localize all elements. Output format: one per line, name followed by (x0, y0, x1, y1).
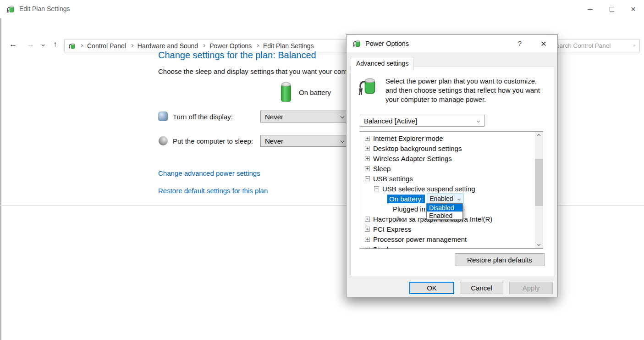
breadcrumb-separator-icon (202, 44, 205, 47)
dialog-description: Select the power plan that you want to c… (385, 77, 540, 104)
tree-item-pci-express[interactable]: + PCI Express (360, 224, 534, 234)
chevron-down-icon (477, 119, 480, 122)
chevron-down-icon (457, 197, 461, 200)
expand-icon[interactable]: + (365, 136, 370, 141)
on-battery-column-header: On battery (299, 89, 331, 96)
on-battery-setting-value: Enabled (429, 195, 453, 202)
navigation-bar: ← → ↑ Control Panel Hardware and Sound P… (0, 18, 644, 36)
power-plan-icon (352, 39, 361, 48)
breadcrumb-item-hardware-and-sound[interactable]: Hardware and Sound (138, 42, 198, 50)
on-battery-icon (281, 82, 291, 102)
sleep-select[interactable]: Never (260, 135, 349, 147)
window-titlebar: Edit Plan Settings × (0, 0, 644, 18)
page-title: Change settings for the plan: Balanced (158, 50, 316, 61)
tree-item-sleep[interactable]: + Sleep (360, 163, 534, 173)
power-plan-icon (6, 5, 15, 13)
sleep-icon (159, 136, 168, 145)
tree-item-internet-explorer-mode[interactable]: + Internet Explorer mode (360, 133, 534, 143)
tree-item-usb-selective-suspend[interactable]: − USB selective suspend setting (360, 184, 534, 194)
maximize-icon (610, 7, 614, 11)
dropdown-option-enabled[interactable]: Enabled (427, 212, 462, 219)
maximize-button[interactable] (601, 0, 622, 18)
collapse-icon[interactable]: − (365, 176, 370, 181)
tab-advanced-settings[interactable]: Advanced settings (351, 57, 414, 70)
close-button[interactable]: × (622, 0, 644, 18)
edit-plan-settings-window: Edit Plan Settings × ← → ↑ Control Panel… (0, 0, 644, 340)
minimize-icon (588, 9, 593, 10)
forward-button[interactable]: → (27, 40, 34, 49)
search-input[interactable] (547, 42, 633, 49)
dialog-title: Power Options (365, 40, 409, 47)
sleep-label: Put the computer to sleep: (173, 137, 253, 145)
breadcrumb-separator-icon (130, 44, 133, 47)
expand-icon[interactable]: + (365, 237, 370, 242)
on-battery-setting-select[interactable]: Enabled (427, 194, 463, 204)
recent-pages-chevron-icon[interactable] (42, 43, 45, 46)
chevron-down-icon (341, 115, 344, 118)
advanced-settings-tabpage: Select the power plan that you want to c… (350, 66, 554, 276)
display-icon (158, 111, 168, 121)
expand-icon[interactable]: + (365, 166, 370, 171)
tree-item-usb-settings[interactable]: − USB settings (360, 173, 534, 184)
restore-default-settings-link[interactable]: Restore default settings for this plan (158, 187, 268, 195)
power-plan-select[interactable]: Balanced [Active] (360, 115, 484, 127)
breadcrumb-item-power-options[interactable]: Power Options (209, 42, 252, 50)
collapse-icon[interactable]: − (374, 186, 379, 191)
window-title: Edit Plan Settings (19, 5, 70, 12)
window-left-edge (0, 18, 1, 340)
back-button[interactable]: ← (9, 40, 17, 49)
turn-off-display-value: Never (265, 113, 283, 121)
change-advanced-power-settings-link[interactable]: Change advanced power settings (158, 169, 260, 177)
scrollbar-thumb[interactable] (535, 159, 543, 206)
tree-item-on-battery[interactable]: On battery: Enabled (360, 194, 534, 204)
chevron-down-icon (341, 139, 344, 143)
on-battery-selected-label: On battery: (387, 195, 425, 203)
close-icon: × (631, 5, 636, 13)
tree-item-display[interactable]: + Display (360, 244, 534, 249)
tree-item-wireless-adapter-settings[interactable]: + Wireless Adapter Settings (360, 153, 534, 163)
ok-button[interactable]: OK (409, 282, 454, 294)
setting-dropdown-popup: Disabled Enabled (426, 203, 463, 220)
dialog-titlebar: Power Options ? × (347, 35, 557, 52)
expand-icon[interactable]: + (365, 247, 370, 249)
advanced-settings-tree: + Internet Explorer mode + Desktop backg… (360, 131, 543, 249)
dialog-close-button[interactable]: × (538, 38, 549, 49)
restore-plan-defaults-button[interactable]: Restore plan defaults (455, 253, 545, 266)
expand-icon[interactable]: + (365, 227, 370, 232)
up-button[interactable]: ↑ (53, 40, 57, 49)
power-options-dialog: Power Options ? × Advanced settings Sele… (346, 34, 558, 297)
turn-off-display-label: Turn off the display: (173, 113, 233, 121)
dropdown-option-disabled[interactable]: Disabled (427, 204, 462, 212)
tree-item-processor-power-management[interactable]: + Processor power management (360, 234, 534, 244)
turn-off-display-select[interactable]: Never (260, 111, 349, 123)
breadcrumb-separator-icon (80, 44, 83, 47)
expand-icon[interactable]: + (365, 146, 370, 151)
tree-item-desktop-background-settings[interactable]: + Desktop background settings (360, 143, 534, 153)
search-box[interactable] (546, 39, 640, 52)
sleep-value: Never (265, 137, 283, 145)
cancel-button[interactable]: Cancel (460, 282, 503, 294)
power-plan-icon (68, 42, 76, 50)
minimize-button[interactable] (579, 0, 601, 18)
expand-icon[interactable]: + (365, 156, 370, 161)
breadcrumb-item-control-panel[interactable]: Control Panel (87, 42, 126, 50)
power-plan-value: Balanced [Active] (364, 117, 417, 125)
expand-icon[interactable]: + (365, 217, 370, 222)
power-plan-icon-large (358, 76, 378, 96)
search-icon[interactable] (633, 42, 635, 49)
dialog-help-button[interactable]: ? (515, 39, 524, 47)
scroll-down-button[interactable] (535, 240, 543, 248)
apply-button[interactable]: Apply (509, 282, 553, 294)
breadcrumb-separator-icon (256, 44, 259, 47)
scroll-up-button[interactable] (535, 132, 543, 139)
tree-scrollbar[interactable] (535, 132, 543, 248)
breadcrumb-item-edit-plan-settings[interactable]: Edit Plan Settings (263, 42, 314, 50)
